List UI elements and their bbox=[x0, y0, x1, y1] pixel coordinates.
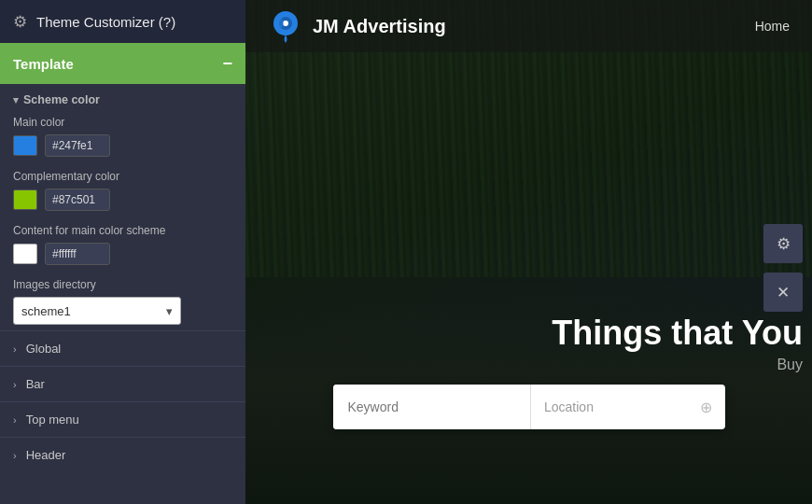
sidebar-item-global-label: Global bbox=[26, 342, 62, 356]
main-color-label: Main color bbox=[13, 116, 232, 129]
sidebar-item-topmenu-label: Top menu bbox=[26, 413, 79, 427]
hero-heading: Things that You bbox=[552, 314, 803, 353]
template-collapse-button[interactable]: − bbox=[222, 54, 232, 74]
images-dir-value: scheme1 bbox=[21, 304, 71, 318]
hero-text: Things that You Buy bbox=[552, 314, 812, 373]
chevron-down-icon: ▾ bbox=[166, 304, 173, 318]
gear-icon: ⚙ bbox=[13, 12, 27, 32]
scheme-color-label: Scheme color bbox=[23, 93, 100, 106]
chevron-right-icon: › bbox=[13, 414, 17, 426]
close-icon: ✕ bbox=[777, 283, 790, 302]
complementary-color-row: Complementary color #87c501 bbox=[13, 170, 232, 211]
images-dir-select[interactable]: scheme1 ▾ bbox=[13, 297, 181, 325]
sidebar-item-header[interactable]: › Header bbox=[0, 437, 245, 472]
main-color-value[interactable]: #247fe1 bbox=[45, 134, 110, 157]
content-color-row: Content for main color scheme #ffffff bbox=[13, 224, 232, 265]
content-color-swatch[interactable] bbox=[13, 244, 37, 264]
settings-icon: ⚙ bbox=[777, 234, 791, 254]
main-color-swatch[interactable] bbox=[13, 135, 37, 156]
scheme-color-toggle[interactable]: ▾ Scheme color bbox=[13, 93, 232, 106]
sidebar-item-bar-label: Bar bbox=[26, 377, 45, 391]
chevron-right-icon: › bbox=[13, 450, 17, 461]
content-color-swatch-row: #ffffff bbox=[13, 243, 232, 265]
location-placeholder: Location bbox=[544, 399, 594, 414]
search-bar: Location ⊕ bbox=[333, 385, 725, 429]
site-header: JM Advertising Home bbox=[245, 0, 812, 52]
chevron-down-icon: ▾ bbox=[13, 94, 19, 106]
complementary-color-label: Complementary color bbox=[13, 170, 232, 183]
sidebar: ⚙ Theme Customizer (?) Template − ▾ Sche… bbox=[0, 0, 245, 504]
sidebar-item-bar[interactable]: › Bar bbox=[0, 366, 245, 401]
keyword-input[interactable] bbox=[333, 385, 532, 429]
main-content: JM Advertising Home Things that You Buy … bbox=[245, 0, 812, 504]
gps-icon: ⊕ bbox=[700, 399, 712, 416]
main-color-row: Main color #247fe1 bbox=[13, 116, 232, 157]
content-color-label: Content for main color scheme bbox=[13, 224, 232, 237]
sidebar-item-global[interactable]: › Global bbox=[0, 330, 245, 366]
images-dir-label: Images directory bbox=[13, 278, 232, 291]
template-label: Template bbox=[13, 56, 74, 72]
brand-logo bbox=[268, 8, 303, 44]
sidebar-header: ⚙ Theme Customizer (?) bbox=[0, 0, 245, 43]
fab-close-button[interactable]: ✕ bbox=[763, 273, 803, 312]
content-color-value[interactable]: #ffffff bbox=[45, 243, 110, 265]
fab-settings-button[interactable]: ⚙ bbox=[763, 224, 803, 263]
brand: JM Advertising bbox=[268, 8, 446, 44]
complementary-color-swatch[interactable] bbox=[13, 189, 37, 210]
brand-name: JM Advertising bbox=[313, 16, 446, 37]
nav-home[interactable]: Home bbox=[755, 19, 790, 34]
complementary-color-value[interactable]: #87c501 bbox=[45, 189, 110, 211]
location-field[interactable]: Location ⊕ bbox=[531, 385, 725, 429]
sidebar-item-topmenu[interactable]: › Top menu bbox=[0, 401, 245, 437]
chevron-right-icon: › bbox=[13, 343, 17, 355]
template-bar: Template − bbox=[0, 43, 245, 84]
main-color-swatch-row: #247fe1 bbox=[13, 134, 232, 157]
chevron-right-icon: › bbox=[13, 379, 17, 390]
nav-links: Home bbox=[755, 19, 790, 34]
svg-point-3 bbox=[278, 19, 284, 28]
sidebar-item-header-label: Header bbox=[26, 448, 66, 462]
sidebar-header-title: Theme Customizer (?) bbox=[36, 14, 175, 30]
scheme-color-section: ▾ Scheme color Main color #247fe1 Comple… bbox=[0, 84, 245, 330]
hero-sub: Buy bbox=[552, 357, 803, 373]
complementary-color-swatch-row: #87c501 bbox=[13, 189, 232, 211]
